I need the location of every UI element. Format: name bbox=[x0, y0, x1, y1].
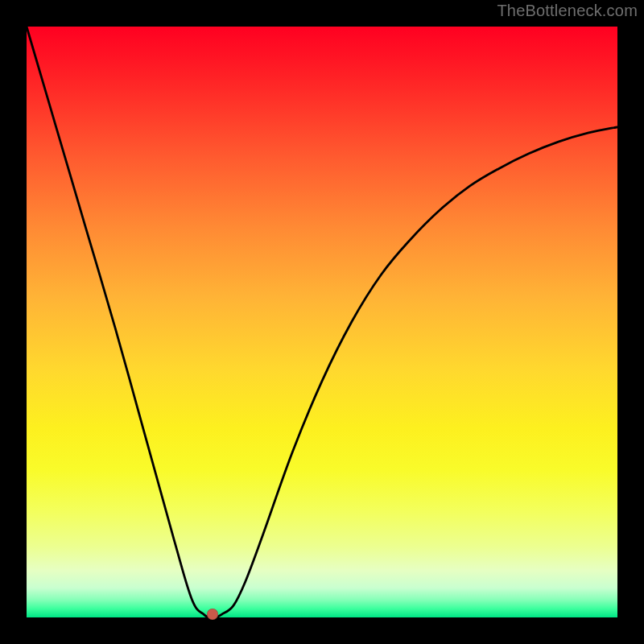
minimum-marker-icon bbox=[207, 609, 218, 620]
bottleneck-curve-path bbox=[27, 27, 617, 618]
chart-frame: TheBottleneck.com bbox=[0, 0, 644, 644]
plot-area bbox=[27, 27, 617, 617]
watermark-text: TheBottleneck.com bbox=[497, 2, 638, 20]
bottleneck-curve-svg bbox=[27, 27, 617, 617]
